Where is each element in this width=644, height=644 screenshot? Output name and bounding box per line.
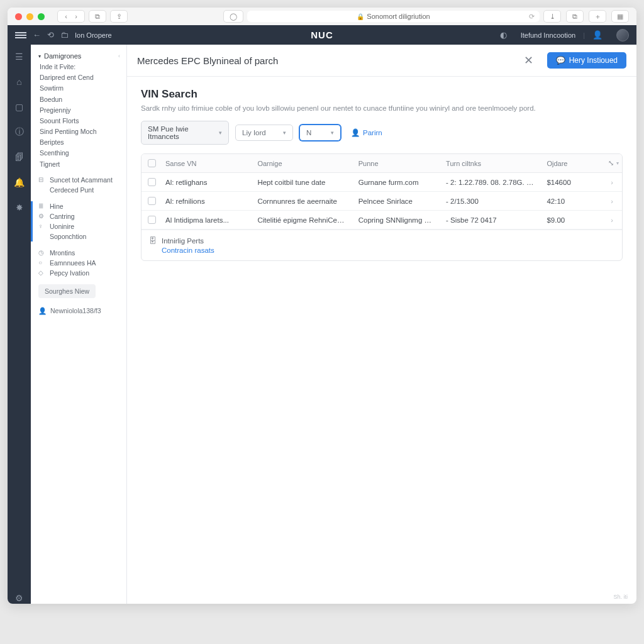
nav-item[interactable]: Sowtirm bbox=[40, 84, 120, 92]
nav-meta-2[interactable]: ◇ Pepcy Ivation bbox=[38, 268, 120, 278]
person-filter-button[interactable]: 👤 Parirn bbox=[347, 126, 386, 140]
header-right-label[interactable]: Itefund Inncootion bbox=[521, 31, 575, 39]
filter-select-1[interactable]: SM Pue Iwie Itmancets ▾ bbox=[141, 121, 229, 145]
user-icon[interactable]: 👤 bbox=[592, 30, 602, 40]
row-expand-icon[interactable]: › bbox=[602, 211, 622, 229]
page-title: Mercedes EPC Blynineal of parch bbox=[137, 55, 278, 66]
open-icon[interactable]: 🗀 bbox=[60, 30, 69, 40]
back-icon[interactable]: ← bbox=[33, 30, 41, 40]
filter-select-2[interactable]: Liy Iord ▾ bbox=[235, 125, 293, 141]
rail-hamburger-icon[interactable]: ☰ bbox=[14, 51, 25, 62]
row-expand-icon[interactable]: › bbox=[602, 192, 622, 210]
nav-group-label: Damigrones bbox=[44, 52, 81, 60]
nav-item[interactable]: Pregiennjy bbox=[40, 106, 120, 114]
table-row[interactable]: Al: retlighans Hept coitbil tune date Gu… bbox=[142, 173, 622, 192]
nav-link-catalog[interactable]: ⚙ Cantring bbox=[38, 211, 120, 221]
menu-toggle[interactable] bbox=[15, 32, 26, 38]
nav-link-security[interactable]: ♀ Uoninire bbox=[38, 221, 120, 231]
rail-box-icon[interactable]: ▢ bbox=[14, 101, 25, 113]
nav-item[interactable]: Scenthing bbox=[40, 148, 120, 157]
nav-tree-parent[interactable]: ⊟ Suncet tot Acammant bbox=[38, 175, 120, 185]
nav-item[interactable]: Boedun bbox=[40, 95, 120, 104]
copy-icon[interactable]: ⧉ bbox=[570, 12, 579, 21]
nav-link-sub[interactable]: Soponchtion bbox=[38, 231, 120, 242]
close-icon[interactable]: ✕ bbox=[519, 51, 538, 70]
close-window[interactable] bbox=[15, 13, 22, 20]
chevron-down-icon: ▾ bbox=[283, 130, 286, 136]
workspace-name[interactable]: Ion Oropere bbox=[75, 31, 112, 39]
tabs-icon[interactable]: ▦ bbox=[616, 12, 625, 21]
col-header-sort[interactable]: ⤡▾ bbox=[602, 154, 622, 172]
rail-alert-icon[interactable]: ⓘ bbox=[14, 126, 25, 138]
maximize-window[interactable] bbox=[38, 13, 45, 20]
nav-link-home[interactable]: ≣ Hine bbox=[38, 201, 120, 211]
person-icon: 👤 bbox=[38, 307, 47, 315]
rail-star-icon[interactable]: ✸ bbox=[14, 202, 25, 213]
results-table: Sanse VN Oarnige Punne Turn ciltnks Ojda… bbox=[141, 153, 623, 261]
rail-settings-icon[interactable]: ⚙ bbox=[14, 592, 25, 604]
row-expand-icon[interactable]: › bbox=[602, 174, 622, 191]
table-footer: 🗄 Intnirlig Perts Contracin rasats bbox=[142, 230, 622, 260]
section-description: Sardk rnhy uito frimiue coble of you lov… bbox=[141, 104, 623, 112]
minimize-window[interactable] bbox=[26, 13, 33, 20]
tag-icon: ◇ bbox=[38, 269, 46, 276]
briefcase-icon: 🗄 bbox=[149, 236, 157, 245]
icon-rail: ☰ ⌂ ▢ ⓘ 🗐 🔔 ✸ ⚙ bbox=[8, 45, 31, 604]
app-header: ← ⟲ 🗀 Ion Oropere NUC ◐ Itefund Inncooti… bbox=[8, 25, 636, 45]
chat-icon: 💬 bbox=[556, 56, 565, 65]
select-all-checkbox[interactable] bbox=[148, 159, 156, 167]
row-checkbox[interactable] bbox=[148, 178, 156, 186]
caret-down-icon: ▾ bbox=[38, 53, 41, 59]
footer-link[interactable]: Contracin rasats bbox=[149, 247, 614, 254]
sidebar-icon[interactable]: ⧉ bbox=[93, 12, 102, 21]
table-row[interactable]: Al: refnilions Cornnunres tle aeernaite … bbox=[142, 192, 622, 211]
row-checkbox[interactable] bbox=[148, 216, 156, 224]
nav-tree-child[interactable]: Cerdeced Punt bbox=[38, 185, 120, 195]
col-header[interactable]: Oarnige bbox=[251, 155, 352, 172]
share-icon[interactable]: ⇪ bbox=[114, 12, 123, 21]
list-icon: ≣ bbox=[38, 203, 46, 209]
col-header[interactable]: Ojdare bbox=[540, 155, 602, 172]
window-titlebar: ‹ › ⧉ ⇪ ◯ 🔒 Sonomort diligriution ⟳ ⤓ ⧉ … bbox=[8, 8, 636, 25]
filter-icon: ⤡ bbox=[608, 159, 614, 167]
col-header[interactable]: Punne bbox=[352, 155, 440, 172]
nav-item[interactable]: Inde it Fvite: bbox=[40, 62, 120, 71]
filter-select-3[interactable]: N ▾ bbox=[299, 125, 341, 141]
collapse-icon[interactable]: ‹ bbox=[118, 53, 120, 59]
nav-forward-icon[interactable]: › bbox=[72, 12, 80, 21]
url-bar[interactable]: 🔒 Sonomort diligriution ⟳ bbox=[247, 11, 540, 22]
nav-item[interactable]: Daripred ent Cend bbox=[40, 73, 120, 82]
row-checkbox[interactable] bbox=[148, 197, 156, 205]
col-header[interactable]: Turn ciltnks bbox=[440, 155, 540, 172]
circle-icon: ○ bbox=[38, 259, 46, 266]
nav-back-icon[interactable]: ‹ bbox=[62, 12, 70, 21]
primary-action-button[interactable]: 💬 Hery Instioued bbox=[547, 52, 626, 69]
save-view-button[interactable]: Sourghes Niew bbox=[38, 284, 96, 298]
col-header[interactable]: Sanse VN bbox=[159, 155, 251, 172]
nav-item[interactable]: Tignert bbox=[40, 160, 120, 169]
table-header: Sanse VN Oarnige Punne Turn ciltnks Ojda… bbox=[142, 154, 622, 173]
refresh-icon[interactable]: ⟲ bbox=[47, 30, 54, 40]
page-header: Mercedes EPC Blynineal of parch ✕ 💬 Hery… bbox=[127, 45, 636, 77]
rail-clipboard-icon[interactable]: 🗐 bbox=[14, 152, 25, 163]
page-footnote: Sh. iti bbox=[127, 590, 636, 604]
nav-item[interactable]: Sind Pentiing Moch bbox=[40, 127, 120, 136]
nav-item[interactable]: Beriptes bbox=[40, 138, 120, 147]
nav-group-header[interactable]: ▾ Damigrones ‹ bbox=[38, 52, 120, 60]
help-icon[interactable]: ◐ bbox=[500, 30, 507, 40]
rail-bell-icon[interactable]: 🔔 bbox=[14, 177, 25, 188]
reload-icon[interactable]: ⟳ bbox=[529, 13, 535, 21]
shield-icon[interactable]: ◯ bbox=[229, 12, 238, 21]
nav-footer[interactable]: 👤 Newniolola138/f3 bbox=[38, 307, 120, 315]
nav-meta-1[interactable]: ○ Eamnnuees HA bbox=[38, 258, 120, 268]
download-icon[interactable]: ⤓ bbox=[548, 12, 557, 21]
rail-home-icon[interactable]: ⌂ bbox=[14, 76, 25, 87]
nav-item[interactable]: Soount Florts bbox=[40, 116, 120, 125]
new-tab-icon[interactable]: ＋ bbox=[593, 12, 602, 21]
chevron-down-icon: ▾ bbox=[331, 130, 334, 136]
bulb-icon: ♀ bbox=[38, 223, 46, 230]
nav-meta-0[interactable]: ◷ Mrontins bbox=[38, 248, 120, 258]
table-row[interactable]: Al Intidipma larets... Citelitié epigme … bbox=[142, 211, 622, 230]
minus-square-icon: ⊟ bbox=[38, 176, 46, 183]
avatar[interactable] bbox=[616, 29, 629, 42]
